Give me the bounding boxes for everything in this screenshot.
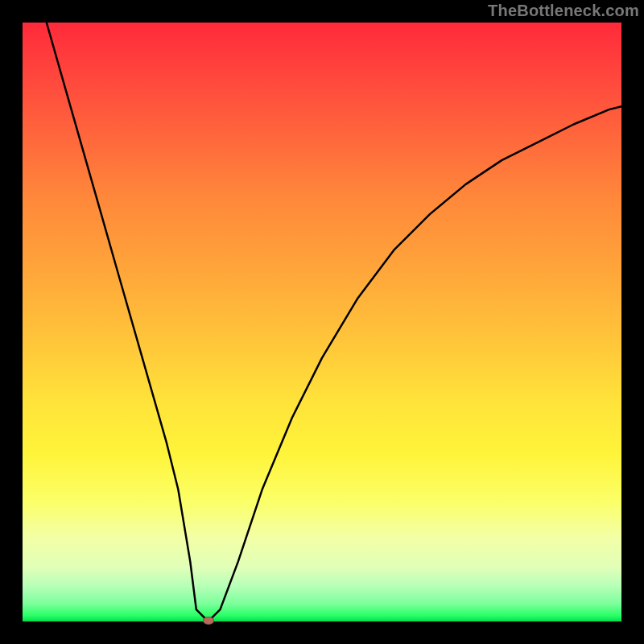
- bottleneck-curve: [23, 23, 621, 621]
- min-marker: [203, 617, 214, 625]
- plot-area: [23, 23, 621, 621]
- chart-frame: TheBottleneck.com: [0, 0, 644, 644]
- watermark-text: TheBottleneck.com: [488, 2, 639, 20]
